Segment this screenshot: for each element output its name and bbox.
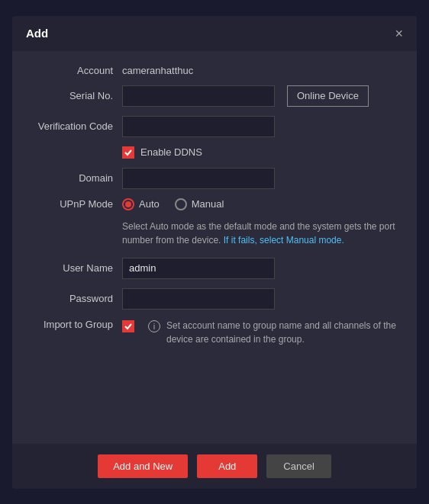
online-device-button[interactable]: Online Device xyxy=(287,85,369,107)
import-group-row: Import to Group i Set account name to gr… xyxy=(31,319,398,346)
domain-input[interactable] xyxy=(122,168,275,189)
dialog-footer: Add and New Add Cancel xyxy=(12,444,417,489)
add-dialog: Add × Account cameranhatthuc Serial No. … xyxy=(12,16,417,489)
domain-row: Domain xyxy=(31,168,398,189)
add-and-new-button[interactable]: Add and New xyxy=(98,454,188,478)
upnp-auto-label: Auto xyxy=(139,198,160,210)
serial-label: Serial No. xyxy=(31,90,122,101)
upnp-radio-group: Auto Manual xyxy=(122,198,224,210)
password-row: Password xyxy=(31,288,398,310)
import-group-label: Import to Group xyxy=(31,319,122,330)
upnp-hint: Select Auto mode as the default mode and… xyxy=(31,220,398,247)
enable-ddns-container[interactable]: Enable DDNS xyxy=(122,146,202,159)
add-button[interactable]: Add xyxy=(197,454,257,478)
info-icon: i xyxy=(148,320,160,332)
upnp-label: UPnP Mode xyxy=(31,198,122,210)
upnp-manual-option[interactable]: Manual xyxy=(175,198,224,210)
dialog-header: Add × xyxy=(12,16,417,51)
upnp-manual-label: Manual xyxy=(192,198,224,210)
import-group-info: i Set account name to group name and all… xyxy=(148,319,398,346)
username-label: User Name xyxy=(31,262,122,274)
enable-ddns-row: Enable DDNS xyxy=(31,146,398,159)
username-input[interactable] xyxy=(122,258,275,279)
upnp-auto-radio-inner xyxy=(125,201,131,207)
username-row: User Name xyxy=(31,258,398,279)
account-row: Account cameranhatthuc xyxy=(31,65,398,76)
hint-link-text: If it fails, select Manual mode. xyxy=(224,235,344,246)
serial-input[interactable] xyxy=(122,85,275,107)
import-check-icon xyxy=(124,322,133,331)
import-group-desc: Set account name to group name and all c… xyxy=(166,319,398,346)
enable-ddns-checkbox[interactable] xyxy=(122,146,134,159)
enable-ddns-label: Enable DDNS xyxy=(140,146,202,158)
password-label: Password xyxy=(31,293,122,304)
upnp-manual-radio[interactable] xyxy=(175,198,187,210)
verification-label: Verification Code xyxy=(31,120,122,132)
account-value: cameranhatthuc xyxy=(122,65,193,76)
serial-row: Serial No. Online Device xyxy=(31,85,398,107)
dialog-title: Add xyxy=(26,27,48,40)
cancel-button[interactable]: Cancel xyxy=(266,454,331,478)
verification-row: Verification Code xyxy=(31,116,398,137)
upnp-row: UPnP Mode Auto Manual xyxy=(31,198,398,210)
close-button[interactable]: × xyxy=(395,27,403,40)
verification-input[interactable] xyxy=(122,116,275,137)
check-icon xyxy=(124,148,133,157)
import-group-checkbox[interactable] xyxy=(122,320,134,332)
password-input[interactable] xyxy=(122,288,275,310)
account-label: Account xyxy=(31,65,122,76)
dialog-body: Account cameranhatthuc Serial No. Online… xyxy=(12,51,417,444)
upnp-auto-radio[interactable] xyxy=(122,198,134,210)
domain-label: Domain xyxy=(31,172,122,184)
upnp-auto-option[interactable]: Auto xyxy=(122,198,160,210)
